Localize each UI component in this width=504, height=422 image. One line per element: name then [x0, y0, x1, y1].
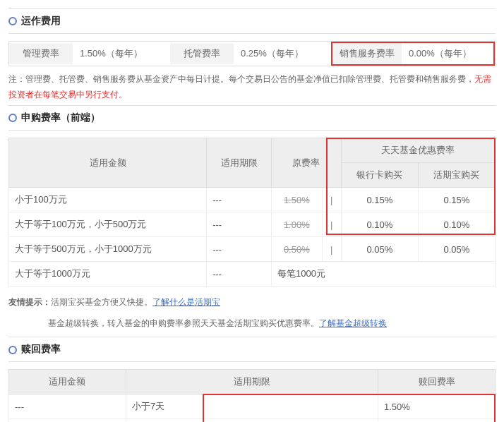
table-row: 大于等于100万元，小于500万元---1.00%|0.10%0.10%: [9, 212, 496, 237]
cust-fee-value: 0.25%（每年）: [234, 43, 311, 64]
col-rate: 赎回费率: [378, 370, 496, 394]
operating-note: 注：管理费、托管费、销售服务费从基金资产中每日计提。每个交易日公告的基金净值已扣…: [8, 72, 496, 102]
section-purchase-title: 申购费率（前端）: [8, 105, 496, 131]
section-operating-title: 运作费用: [8, 8, 496, 34]
redeem-rate-table: 适用金额适用期限赎回费率 ---小于7天1.50% ---大于等于7天，小于1年…: [8, 369, 496, 422]
svc-fee-value: 0.00%（每年）: [402, 43, 479, 64]
purchase-rate-table: 适用金额 适用期限 原费率 天天基金优惠费率 银行卡购买 活期宝购买 小于100…: [8, 138, 496, 287]
svc-fee-label: 销售服务费率: [332, 43, 402, 64]
col-bank: 银行卡购买: [341, 163, 418, 188]
col-tt: 天天基金优惠费率: [341, 138, 495, 163]
super-convert-link[interactable]: 了解基金超级转换: [319, 318, 387, 328]
table-row: 大于等于500万元，小于1000万元---0.50%|0.05%0.05%: [9, 237, 496, 262]
col-period: 适用期限: [126, 370, 378, 394]
purchase-tip-1: 友情提示：活期宝买基金方便又快捷。了解什么是活期宝: [8, 292, 496, 313]
operating-fee-grid: 管理费率1.50%（每年） 托管费率0.25%（每年） 销售服务费率0.00%（…: [8, 41, 496, 66]
bullet-icon: [8, 17, 17, 25]
purchase-tip-2: 基金超级转换，转入基金的申购费率参照天天基金活期宝购买优惠费率。了解基金超级转换: [8, 313, 496, 334]
col-orig: 原费率: [272, 138, 342, 188]
table-row: 小于100万元---1.50%|0.15%0.15%: [9, 188, 496, 212]
table-row: ---小于7天1.50%: [9, 394, 496, 419]
col-amount: 适用金额: [9, 138, 207, 188]
hqb-link[interactable]: 了解什么是活期宝: [152, 297, 220, 307]
bullet-icon: [8, 114, 17, 122]
table-row: 大于等于1000万元---每笔1000元: [9, 262, 496, 287]
col-hqb: 活期宝购买: [418, 163, 495, 188]
col-amount: 适用金额: [9, 370, 126, 394]
cust-fee-label: 托管费率: [170, 43, 234, 64]
service-fee-highlight: 销售服务费率0.00%（每年）: [331, 42, 495, 66]
col-period: 适用期限: [207, 138, 272, 188]
section-redeem-title: 赎回费率: [8, 337, 496, 362]
table-row: ---大于等于7天，小于1年0.50%: [9, 419, 496, 422]
redeem-table-wrap: 适用金额适用期限赎回费率 ---小于7天1.50% ---大于等于7天，小于1年…: [8, 369, 496, 422]
mgmt-fee-label: 管理费率: [9, 43, 73, 64]
purchase-table-wrap: 适用金额 适用期限 原费率 天天基金优惠费率 银行卡购买 活期宝购买 小于100…: [8, 138, 496, 287]
mgmt-fee-value: 1.50%（每年）: [73, 43, 150, 64]
bullet-icon: [8, 346, 17, 354]
